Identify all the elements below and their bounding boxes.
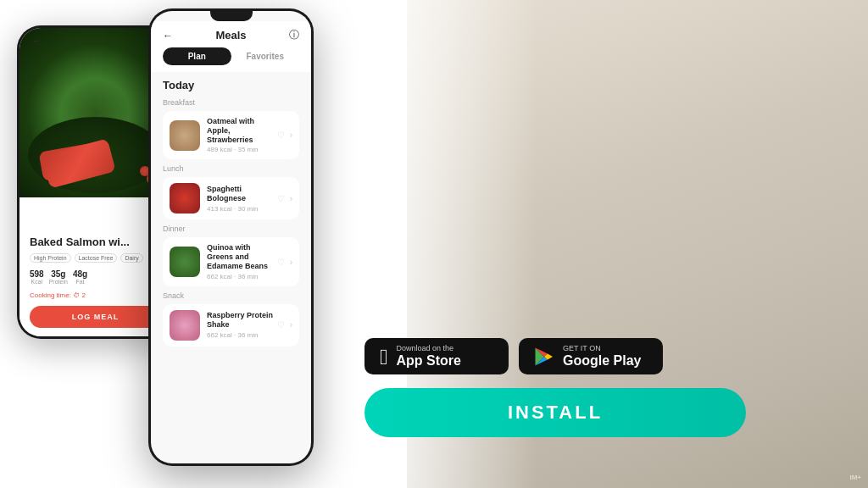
meal-item-spaghetti[interactable]: Spaghetti Bolognese 413 kcal · 30 min ♡ …: [163, 177, 299, 219]
meal-item-shake[interactable]: Raspberry Protein Shake 662 kcal · 36 mi…: [163, 304, 299, 347]
spaghetti-actions: ♡ ›: [277, 194, 292, 203]
quinoa-info: Quinoa with Greens and Edamame Beans 662…: [207, 243, 277, 280]
quinoa-actions: ♡ ›: [277, 258, 292, 267]
oatmeal-heart-icon[interactable]: ♡: [277, 130, 285, 140]
spaghetti-heart-icon[interactable]: ♡: [277, 194, 285, 203]
shake-image: [170, 310, 200, 341]
dinner-label: Dinner: [163, 225, 299, 233]
google-play-line2: Google Play: [563, 354, 641, 368]
shake-chevron-icon[interactable]: ›: [290, 320, 292, 330]
stat-kcal: 598 Kcal: [30, 269, 44, 285]
shake-name: Raspberry Protein Shake: [207, 311, 277, 330]
protein-label: Protein: [49, 279, 68, 285]
app-store-button[interactable]:  Download on the App Store: [364, 338, 509, 374]
oatmeal-name: Oatmeal with Apple, Strawberries: [207, 117, 277, 144]
google-play-line1: GET IT ON: [563, 345, 641, 352]
phone-front-screen: ← Meals ⓘ Plan Favorites Today Breakfast…: [151, 11, 311, 463]
tag-lactose-free: Lactose Free: [75, 253, 118, 263]
spaghetti-info: Spaghetti Bolognese 413 kcal · 30 min: [207, 185, 277, 213]
app-store-line2: App Store: [397, 354, 461, 368]
meals-content: Today Breakfast Oatmeal with Apple, Stra…: [151, 72, 311, 457]
oatmeal-info: Oatmeal with Apple, Strawberries 489 kca…: [207, 117, 277, 153]
tabs-row: Plan Favorites: [151, 47, 311, 72]
shake-heart-icon[interactable]: ♡: [277, 320, 285, 330]
watermark: IM+: [849, 474, 861, 481]
kcal-value: 598: [30, 269, 44, 279]
shake-info: Raspberry Protein Shake 662 kcal · 36 mi…: [207, 311, 277, 339]
spaghetti-meta: 413 kcal · 30 min: [207, 205, 277, 213]
spaghetti-name: Spaghetti Bolognese: [207, 185, 277, 203]
google-play-text: GET IT ON Google Play: [563, 345, 641, 368]
shake-meta: 662 kcal · 36 min: [207, 331, 277, 339]
quinoa-name: Quinoa with Greens and Edamame Beans: [207, 243, 277, 270]
install-button[interactable]: INSTALL: [364, 388, 746, 437]
cooking-time: Cooking time: ⏱ 2: [30, 291, 161, 299]
lunch-label: Lunch: [163, 164, 299, 173]
front-back-arrow-icon[interactable]: ←: [163, 30, 173, 42]
tab-plan[interactable]: Plan: [163, 47, 231, 65]
tag-high-protein: High Protein: [30, 253, 71, 263]
quinoa-image: [170, 247, 200, 277]
protein-value: 35g: [49, 269, 68, 279]
stat-protein: 35g Protein: [49, 269, 68, 285]
stats-row: 598 Kcal 35g Protein 48g Fat: [30, 269, 161, 285]
back-arrow-icon[interactable]: ←: [31, 35, 42, 47]
oatmeal-actions: ♡ ›: [277, 130, 292, 140]
shake-actions: ♡ ›: [277, 320, 292, 330]
info-icon[interactable]: ⓘ: [289, 28, 299, 42]
spaghetti-image: [170, 183, 200, 214]
phone-header: ← Meals ⓘ: [151, 21, 311, 47]
store-buttons:  Download on the App Store GET IT ON Go…: [364, 338, 746, 374]
oatmeal-meta: 489 kcal · 35 min: [207, 146, 277, 153]
meal-item-oatmeal[interactable]: Oatmeal with Apple, Strawberries 489 kca…: [163, 111, 299, 159]
google-play-icon: [534, 347, 554, 367]
oatmeal-chevron-icon[interactable]: ›: [290, 130, 292, 140]
fat-label: Fat: [73, 279, 87, 285]
meal-item-quinoa[interactable]: Quinoa with Greens and Edamame Beans 662…: [163, 237, 299, 286]
phone-notch: [210, 11, 253, 21]
cta-area:  Download on the App Store GET IT ON Go…: [364, 338, 746, 437]
dish-title: Baked Salmon wi...: [30, 236, 161, 248]
tab-favorites[interactable]: Favorites: [231, 47, 300, 65]
quinoa-meta: 662 kcal · 36 min: [207, 273, 277, 280]
breakfast-label: Breakfast: [163, 98, 299, 107]
phones-container: ← ♡ Baked Salmon wi... High Protein Lact…: [17, 8, 381, 488]
kcal-label: Kcal: [30, 279, 44, 285]
log-meal-button[interactable]: LOG MEAL: [30, 306, 161, 328]
oatmeal-image: [170, 120, 200, 151]
fat-value: 48g: [73, 269, 87, 279]
tags-row: High Protein Lactose Free Dairy: [30, 253, 161, 263]
tag-dairy: Dairy: [120, 253, 142, 263]
phone-front: ← Meals ⓘ Plan Favorites Today Breakfast…: [148, 8, 314, 466]
app-store-text: Download on the App Store: [397, 345, 461, 368]
stat-fat: 48g Fat: [73, 269, 87, 285]
apple-icon: : [380, 346, 388, 368]
meals-title: Meals: [215, 29, 246, 42]
quinoa-heart-icon[interactable]: ♡: [277, 258, 285, 267]
app-store-line1: Download on the: [397, 345, 461, 352]
today-label: Today: [163, 79, 299, 92]
spaghetti-chevron-icon[interactable]: ›: [290, 194, 292, 203]
quinoa-chevron-icon[interactable]: ›: [290, 258, 292, 267]
google-play-button[interactable]: GET IT ON Google Play: [519, 338, 663, 374]
snack-label: Snack: [163, 291, 299, 300]
